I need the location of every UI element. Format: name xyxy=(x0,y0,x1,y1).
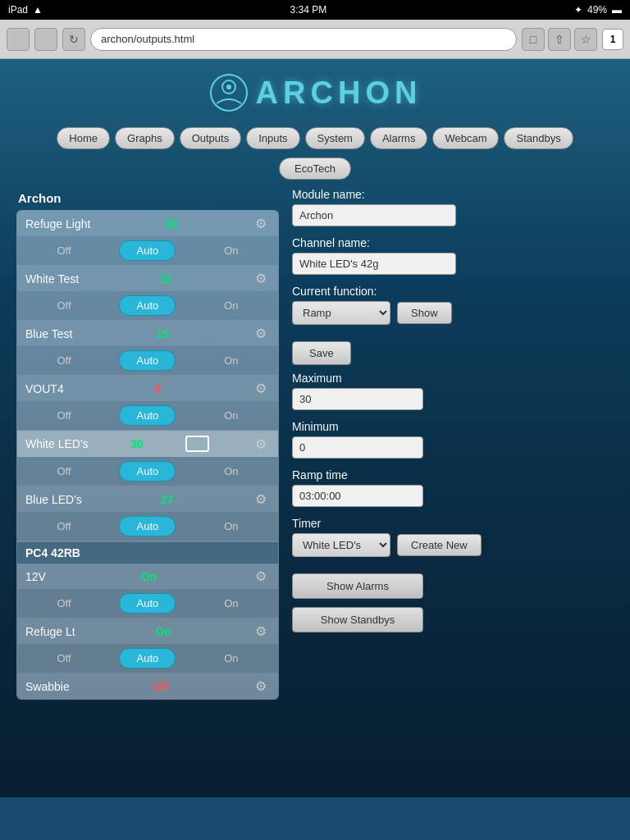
nav-inputs[interactable]: Inputs xyxy=(246,127,299,149)
nav-alarms[interactable]: Alarms xyxy=(370,127,427,149)
output-name: Refuge Lt xyxy=(25,625,75,638)
output-value: 27 xyxy=(161,493,174,506)
bluetooth-icon: ✦ xyxy=(574,4,582,16)
wifi-icon: ▲ xyxy=(33,4,43,16)
output-name: Blue Test xyxy=(25,327,72,340)
timer-label: Timer xyxy=(292,517,614,530)
off-button[interactable]: Off xyxy=(42,649,85,668)
primary-nav: Home Graphs Outputs Inputs System Alarms… xyxy=(0,122,630,154)
timer-select[interactable]: White LED's Blue LED's xyxy=(292,533,390,557)
gear-icon[interactable]: ⚙ xyxy=(252,678,270,694)
output-value: 0 xyxy=(154,382,161,395)
on-button[interactable]: On xyxy=(209,296,253,315)
minimum-group: Minimum xyxy=(292,420,614,459)
refresh-button[interactable]: ↻ xyxy=(62,28,85,51)
output-name: White Test xyxy=(25,272,79,285)
gear-icon[interactable]: ⚙ xyxy=(252,568,270,584)
channel-name-input[interactable] xyxy=(292,253,456,275)
gear-icon[interactable]: ⚙ xyxy=(252,436,270,452)
create-new-button[interactable]: Create New xyxy=(397,534,482,556)
gear-icon[interactable]: ⚙ xyxy=(252,381,270,396)
share-icon[interactable]: □ xyxy=(522,28,545,51)
nav-graphs[interactable]: Graphs xyxy=(115,127,175,149)
on-button[interactable]: On xyxy=(209,406,253,425)
on-button[interactable]: On xyxy=(209,241,253,260)
module-name-input[interactable] xyxy=(292,204,456,226)
output-white-test: White Test 15 ⚙ Off Auto On xyxy=(17,266,278,321)
off-button[interactable]: Off xyxy=(42,241,85,260)
nav-outputs[interactable]: Outputs xyxy=(180,127,242,149)
battery-icon: ▬ xyxy=(612,4,622,16)
gear-icon[interactable]: ⚙ xyxy=(252,491,270,507)
auto-button[interactable]: Auto xyxy=(119,295,176,316)
forward-button[interactable]: → xyxy=(34,28,57,51)
output-swabbie: Swabbie Off ⚙ xyxy=(17,673,278,699)
off-button[interactable]: Off xyxy=(42,351,85,370)
on-button[interactable]: On xyxy=(209,517,253,536)
function-select[interactable]: Ramp On/Off Manual xyxy=(292,301,390,325)
output-name: Refuge Light xyxy=(25,217,90,231)
save-button[interactable]: Save xyxy=(292,341,351,365)
output-value: 30 xyxy=(130,437,144,450)
output-value: Off xyxy=(153,680,169,693)
gear-icon[interactable]: ⚙ xyxy=(252,216,270,231)
off-button[interactable]: Off xyxy=(42,296,85,315)
tab-counter[interactable]: 1 xyxy=(602,29,623,50)
show-alarms-button[interactable]: Show Alarms xyxy=(292,573,423,599)
carrier-label: iPad xyxy=(8,4,28,16)
nav-ecotech[interactable]: EcoTech xyxy=(279,158,351,180)
output-blue-test: Blue Test 15 ⚙ Off Auto On xyxy=(17,321,278,376)
nav-webcam[interactable]: Webcam xyxy=(432,127,499,149)
output-value: 15 xyxy=(159,272,172,285)
url-bar[interactable]: archon/outputs.html xyxy=(90,28,517,51)
auto-button[interactable]: Auto xyxy=(119,593,176,614)
current-function-group: Current function: Ramp On/Off Manual Sho… xyxy=(292,285,614,325)
logo-icon xyxy=(208,72,249,113)
secondary-nav: EcoTech xyxy=(0,154,630,188)
left-panel: Archon Refuge Light 20 ⚙ Off Auto On xyxy=(16,188,279,700)
battery-label: 49% xyxy=(587,4,607,16)
minimum-label: Minimum xyxy=(292,420,614,433)
current-function-label: Current function: xyxy=(292,285,614,298)
on-button[interactable]: On xyxy=(209,351,253,370)
auto-button[interactable]: Auto xyxy=(119,461,176,482)
gear-icon[interactable]: ⚙ xyxy=(252,623,270,639)
off-button[interactable]: Off xyxy=(42,462,85,481)
gear-icon[interactable]: ⚙ xyxy=(252,326,270,341)
output-name: VOUT4 xyxy=(25,382,64,395)
output-name: White LED's xyxy=(25,437,89,450)
minimum-input[interactable] xyxy=(292,436,423,459)
output-name: 12V xyxy=(25,570,46,583)
auto-button[interactable]: Auto xyxy=(119,240,176,261)
auto-button[interactable]: Auto xyxy=(119,516,176,536)
off-button[interactable]: Off xyxy=(42,594,85,613)
module-name-label: Module name: xyxy=(292,188,614,201)
on-button[interactable]: On xyxy=(209,462,253,481)
nav-standbys[interactable]: Standbys xyxy=(504,127,573,149)
output-refuge-light: Refuge Light 20 ⚙ Off Auto On xyxy=(17,211,278,266)
maximum-input[interactable] xyxy=(292,388,423,410)
nav-system[interactable]: System xyxy=(305,127,365,149)
action-buttons: Show Alarms Show Standbys xyxy=(292,573,614,632)
gear-icon[interactable]: ⚙ xyxy=(252,271,270,286)
on-button[interactable]: On xyxy=(209,649,253,668)
ramp-time-input[interactable] xyxy=(292,485,423,507)
maximum-group: Maximum xyxy=(292,372,614,410)
off-button[interactable]: Off xyxy=(42,517,85,536)
auto-button[interactable]: Auto xyxy=(119,405,176,426)
ramp-time-group: Ramp time xyxy=(292,468,614,507)
nav-home[interactable]: Home xyxy=(57,127,110,149)
off-button[interactable]: Off xyxy=(42,406,85,425)
back-button[interactable]: ← xyxy=(7,28,30,51)
bookmark-icon[interactable]: ☆ xyxy=(574,28,597,51)
show-button[interactable]: Show xyxy=(397,302,452,324)
outputs-list: Refuge Light 20 ⚙ Off Auto On White Test… xyxy=(16,210,279,700)
show-standbys-button[interactable]: Show Standbys xyxy=(292,607,423,632)
auto-button[interactable]: Auto xyxy=(119,350,176,371)
output-refuge-lt: Refuge Lt On ⚙ Off Auto On xyxy=(17,619,278,673)
status-bar: iPad ▲ 3:34 PM ✦ 49% ▬ xyxy=(0,0,630,20)
upload-icon[interactable]: ⇧ xyxy=(548,28,571,51)
auto-button[interactable]: Auto xyxy=(119,648,176,669)
output-value-box xyxy=(185,436,209,452)
on-button[interactable]: On xyxy=(209,594,253,613)
